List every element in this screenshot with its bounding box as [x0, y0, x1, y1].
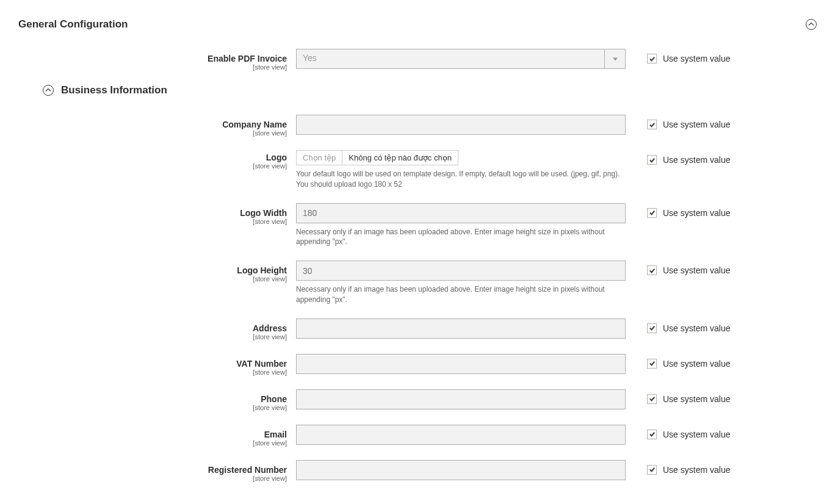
input-col [296, 115, 626, 135]
label-col: VAT Number [store view] [18, 354, 296, 376]
select-value: Yes [296, 49, 604, 69]
checkbox-col: Use system value [626, 203, 730, 218]
field-scope: [store view] [18, 162, 287, 170]
subsection-header: Business Information [43, 84, 817, 96]
field-scope: [store view] [18, 439, 287, 447]
field-label: Address [18, 323, 287, 333]
label-col: Phone [store view] [18, 389, 296, 411]
use-system-label: Use system value [663, 430, 730, 439]
field-scope: [store view] [18, 475, 287, 482]
label-col: Registered Number [store view] [18, 460, 296, 482]
row-vat-number: VAT Number [store view] Use system value [18, 354, 817, 376]
enable-pdf-select[interactable]: Yes [296, 49, 626, 69]
input-col [296, 425, 626, 445]
check-icon [649, 325, 656, 331]
field-label: Email [18, 430, 287, 439]
subsection-title: Business Information [61, 84, 167, 96]
row-registered-number: Registered Number [store view] Use syste… [18, 460, 817, 482]
field-label: Company Name [18, 120, 287, 129]
use-system-label: Use system value [663, 359, 730, 369]
field-label: Logo Width [18, 208, 287, 218]
use-system-checkbox[interactable] [647, 208, 657, 218]
use-system-checkbox[interactable] [647, 54, 657, 63]
input-col [296, 354, 626, 374]
check-icon [649, 157, 656, 164]
field-help: Necessary only if an image has been uplo… [296, 227, 626, 248]
chevron-up-icon [45, 87, 51, 93]
field-label: Phone [18, 394, 287, 404]
field-label: VAT Number [18, 359, 287, 369]
input-col [296, 460, 626, 480]
vat-number-input[interactable] [296, 354, 626, 374]
subsection-collapse-toggle[interactable] [43, 85, 54, 96]
use-system-label: Use system value [663, 54, 730, 63]
address-input[interactable] [296, 319, 626, 339]
row-logo-width: Logo Width [store view] Necessary only i… [18, 203, 817, 248]
field-label: Registered Number [18, 465, 287, 475]
check-icon [649, 56, 656, 62]
use-system-checkbox[interactable] [647, 359, 657, 369]
field-label: Logo [18, 153, 287, 162]
logo-width-input[interactable] [296, 203, 626, 223]
field-scope: [store view] [18, 218, 287, 225]
row-enable-pdf: Enable PDF Invoice [store view] Yes Use … [18, 49, 817, 71]
chevron-up-icon [808, 21, 814, 27]
phone-input[interactable] [296, 389, 626, 409]
label-col: Company Name [store view] [18, 115, 296, 137]
row-logo: Logo [store view] Chọn tệp Không có tệp … [18, 150, 817, 190]
check-icon [649, 121, 656, 128]
field-scope: [store view] [18, 333, 287, 340]
section-header: General Configuration [18, 18, 817, 31]
use-system-checkbox[interactable] [647, 120, 657, 129]
checkbox-col: Use system value [626, 389, 730, 404]
use-system-label: Use system value [663, 465, 730, 475]
use-system-label: Use system value [663, 155, 730, 165]
label-col: Logo [store view] [18, 150, 296, 170]
registered-number-input[interactable] [296, 460, 626, 480]
select-dropdown-button[interactable] [604, 49, 626, 69]
field-scope: [store view] [18, 275, 287, 283]
row-phone: Phone [store view] Use system value [18, 389, 817, 411]
use-system-label: Use system value [663, 208, 730, 218]
row-address: Address [store view] Use system value [18, 319, 817, 340]
checkbox-col: Use system value [626, 425, 730, 439]
label-col: Email [store view] [18, 425, 296, 447]
input-col: Yes [296, 49, 626, 69]
use-system-checkbox[interactable] [647, 430, 657, 439]
section-collapse-toggle[interactable] [806, 19, 817, 30]
use-system-checkbox[interactable] [647, 155, 657, 165]
file-status-text: Không có tệp nào được chọn [342, 151, 458, 165]
checkbox-col: Use system value [626, 354, 730, 369]
field-help: Necessary only if an image has been uplo… [296, 284, 626, 305]
label-col: Address [store view] [18, 319, 296, 340]
field-scope: [store view] [18, 404, 287, 411]
checkbox-col: Use system value [626, 49, 730, 63]
row-logo-height: Logo Height [store view] Necessary only … [18, 261, 817, 305]
checkbox-col: Use system value [626, 150, 730, 165]
label-col: Enable PDF Invoice [store view] [18, 49, 296, 71]
row-company-name: Company Name [store view] Use system val… [18, 115, 817, 137]
use-system-checkbox[interactable] [647, 465, 657, 475]
input-col [296, 319, 626, 339]
file-choose-button[interactable]: Chọn tệp [297, 151, 342, 165]
use-system-checkbox[interactable] [647, 323, 657, 333]
row-email: Email [store view] Use system value [18, 425, 817, 447]
use-system-label: Use system value [663, 394, 730, 404]
use-system-label: Use system value [663, 265, 730, 275]
checkbox-col: Use system value [626, 460, 730, 475]
use-system-checkbox[interactable] [647, 394, 657, 404]
checkbox-col: Use system value [626, 115, 730, 129]
use-system-checkbox[interactable] [647, 265, 657, 275]
check-icon [649, 395, 656, 402]
logo-height-input[interactable] [296, 261, 626, 281]
company-name-input[interactable] [296, 115, 626, 135]
use-system-label: Use system value [663, 323, 730, 333]
label-col: Logo Width [store view] [18, 203, 296, 225]
field-scope: [store view] [18, 129, 287, 137]
email-input[interactable] [296, 425, 626, 445]
logo-file-input[interactable]: Chọn tệp Không có tệp nào được chọn [296, 150, 458, 165]
check-icon [649, 209, 656, 216]
chevron-down-icon [613, 57, 618, 62]
checkbox-col: Use system value [626, 319, 730, 333]
label-col: Logo Height [store view] [18, 261, 296, 283]
